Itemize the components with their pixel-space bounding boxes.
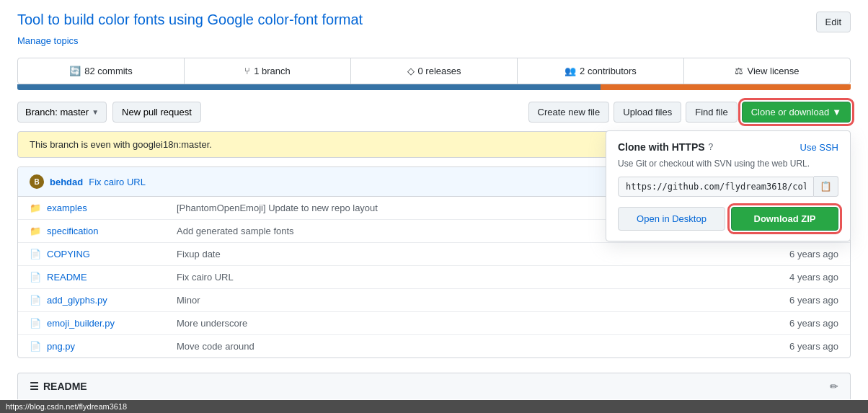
file-commit-png: Move code around: [177, 341, 752, 352]
branch-icon: ⑂: [244, 66, 250, 76]
list-item: 📄 emoji_builder.py More underscore 6 yea…: [18, 312, 850, 335]
create-new-file-button[interactable]: Create new file: [528, 102, 610, 123]
download-zip-button[interactable]: Download ZIP: [731, 207, 838, 231]
releases-stat[interactable]: ◇ 0 releases: [351, 58, 518, 84]
folder-icon: 📁: [30, 203, 41, 213]
contributors-stat[interactable]: 👥 2 contributors: [518, 58, 684, 84]
commits-stat[interactable]: 🔄 82 commits: [18, 58, 185, 84]
file-icon: 📄: [30, 295, 41, 306]
clone-header: Clone with HTTPS ? Use SSH: [618, 141, 838, 153]
license-icon: ⚖: [735, 66, 743, 76]
file-time-add-glyphs: 6 years ago: [752, 295, 838, 306]
file-name-readme[interactable]: README: [47, 272, 177, 283]
avatar: B: [30, 174, 44, 189]
stats-bar: 🔄 82 commits ⑂ 1 branch ◇ 0 releases 👥 2…: [17, 58, 851, 84]
file-toolbar: Branch: master ▼ New pull request Create…: [17, 102, 851, 123]
clone-dropdown: Clone with HTTPS ? Use SSH Use Git or ch…: [606, 130, 851, 241]
edit-button[interactable]: Edit: [816, 12, 851, 32]
file-icon: 📄: [30, 341, 41, 352]
branch-label: Branch: master: [25, 107, 89, 117]
other-lang-segment: [601, 84, 851, 90]
toolbar-right: Create new file Upload files Find file C…: [528, 102, 851, 123]
releases-icon: ◇: [407, 66, 415, 76]
chevron-down-icon: ▼: [92, 108, 99, 116]
file-time-readme: 4 years ago: [752, 272, 838, 283]
list-item: 📄 add_glyphs.py Minor 6 years ago: [18, 289, 850, 312]
folder-icon: 📁: [30, 226, 41, 236]
python-lang-segment: [17, 84, 601, 90]
chevron-down-icon: ▼: [832, 107, 841, 117]
file-time-png: 6 years ago: [752, 341, 838, 352]
file-icon: 📄: [30, 318, 41, 329]
file-name-copying[interactable]: COPYING: [47, 249, 177, 259]
language-bar: [17, 84, 851, 90]
file-commit-readme: Fix cairo URL: [177, 272, 752, 283]
open-in-desktop-button[interactable]: Open in Desktop: [618, 207, 725, 231]
list-item: 📄 png.py Move code around 6 years ago: [18, 335, 850, 358]
file-time-copying: 6 years ago: [752, 249, 838, 259]
readme-label: README: [43, 381, 87, 392]
manage-topics-link[interactable]: Manage topics: [17, 35, 851, 46]
readme-title: ☰ README: [30, 381, 87, 392]
repo-title: Tool to build color fonts using Google c…: [17, 12, 851, 28]
file-name-specification[interactable]: specification: [47, 226, 177, 236]
license-label: View license: [747, 66, 799, 76]
copy-url-button[interactable]: 📋: [814, 176, 838, 197]
commit-author[interactable]: behdad: [50, 177, 83, 187]
readme-bar: ☰ README ✏: [17, 373, 851, 399]
contributors-icon: 👥: [564, 66, 576, 76]
file-name-examples[interactable]: examples: [47, 203, 177, 213]
file-name-emoji-builder[interactable]: emoji_builder.py: [47, 318, 177, 329]
upload-files-button[interactable]: Upload files: [614, 102, 681, 123]
readme-icon: ☰: [30, 381, 39, 392]
clone-help-icon[interactable]: ?: [709, 142, 714, 152]
commits-icon: 🔄: [69, 66, 81, 76]
file-name-add-glyphs[interactable]: add_glyphs.py: [47, 295, 177, 306]
file-icon: 📄: [30, 272, 41, 283]
file-time-emoji-builder: 6 years ago: [752, 318, 838, 329]
clone-description: Use Git or checkout with SVN using the w…: [618, 159, 838, 169]
releases-label: 0 releases: [418, 66, 461, 76]
readme-edit-icon[interactable]: ✏: [830, 381, 838, 392]
clone-url-row: 📋: [618, 176, 838, 197]
clone-actions: Open in Desktop Download ZIP: [618, 207, 838, 231]
clone-btn-label: Clone or download: [751, 107, 829, 117]
new-pull-request-button[interactable]: New pull request: [112, 102, 201, 123]
list-item: 📄 README Fix cairo URL 4 years ago: [18, 266, 850, 289]
footer-url-bar: https://blog.csdn.net/flydream3618: [0, 400, 868, 411]
use-ssh-link[interactable]: Use SSH: [800, 142, 838, 153]
branch-stat[interactable]: ⑂ 1 branch: [185, 58, 351, 84]
clone-or-download-button[interactable]: Clone or download ▼: [742, 102, 851, 123]
commits-label: 82 commits: [84, 66, 132, 76]
license-stat[interactable]: ⚖ View license: [684, 58, 850, 84]
find-file-button[interactable]: Find file: [686, 102, 738, 123]
file-commit-add-glyphs: Minor: [177, 295, 752, 306]
file-name-png[interactable]: png.py: [47, 341, 177, 352]
file-icon: 📄: [30, 249, 41, 259]
file-commit-copying: Fixup date: [177, 249, 752, 259]
clone-title: Clone with HTTPS: [618, 141, 705, 153]
contributors-label: 2 contributors: [580, 66, 637, 76]
branch-label: 1 branch: [254, 66, 291, 76]
commit-message: Fix cairo URL: [89, 177, 146, 187]
toolbar-left: Branch: master ▼ New pull request: [17, 102, 201, 123]
list-item: 📄 COPYING Fixup date 6 years ago: [18, 243, 850, 266]
clone-url-input[interactable]: [618, 177, 814, 197]
file-commit-emoji-builder: More underscore: [177, 318, 752, 329]
branch-selector[interactable]: Branch: master ▼: [17, 102, 107, 123]
